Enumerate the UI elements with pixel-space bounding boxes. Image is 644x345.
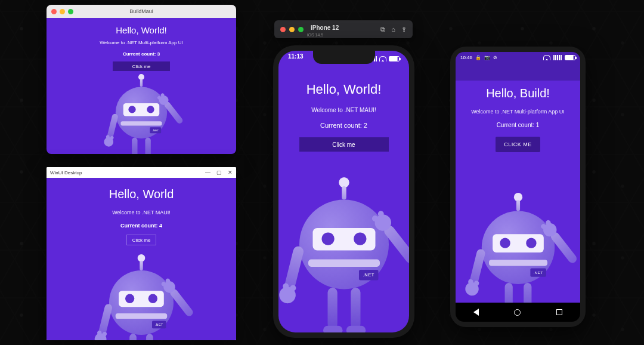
lock-icon: 🔒 (475, 55, 481, 60)
welcome-text: Welcome to .NET Multi-platform App UI (100, 40, 182, 45)
android-status-bar: 10:46 🔒 📷 ⊘ (456, 52, 580, 63)
hello-heading: Hello, World! (116, 25, 167, 35)
traffic-light-close-icon[interactable] (280, 27, 286, 32)
screenshot-icon[interactable]: ⧉ (380, 26, 385, 33)
bot-badge: .NET (359, 270, 379, 281)
minimize-icon[interactable]: — (205, 170, 210, 175)
welcome-text: Welcome to .NET MAUI! (112, 210, 171, 215)
android-home-icon[interactable] (514, 309, 521, 316)
macos-window-title: BuildMaui (47, 8, 236, 14)
welcome-text: Welcome to .NET MAUI! (311, 107, 376, 113)
hello-heading: Hello, Build! (486, 87, 550, 100)
simulator-device-name: iPhone 12 (311, 24, 339, 31)
camera-icon: 📷 (484, 55, 490, 60)
click-me-button[interactable]: Click me (299, 137, 389, 152)
traffic-light-minimize-icon[interactable] (289, 27, 295, 32)
dotnet-bot-mascot-icon: .NET (116, 74, 167, 138)
windows-app-surface: Hello, World Welcome to .NET MAUI! Curre… (47, 178, 236, 340)
android-action-bar (456, 63, 580, 81)
click-me-button[interactable]: Click me (126, 235, 156, 245)
iphone-device-frame: 11:13 Hello, World! Welcome to .NET MAUI… (273, 45, 414, 338)
dotnet-bot-mascot-icon: .NET (481, 193, 554, 284)
battery-icon (565, 55, 575, 60)
hello-heading: Hello, World! (306, 82, 382, 97)
count-label: Current count: 4 (120, 223, 162, 229)
dotnet-bot-mascot-icon: .NET (109, 254, 174, 335)
click-me-button[interactable]: CLICK ME (496, 137, 540, 152)
wifi-icon (543, 55, 550, 60)
bot-badge: .NET (152, 321, 166, 329)
iphone-notch (313, 51, 375, 64)
android-time: 10:46 (460, 55, 472, 60)
hello-heading: Hello, World (109, 187, 174, 201)
macos-titlebar[interactable]: BuildMaui (47, 5, 236, 18)
traffic-light-zoom-icon[interactable] (298, 27, 304, 32)
android-nav-bar (456, 303, 580, 322)
ios-time: 11:13 (288, 53, 304, 64)
windows-titlebar[interactable]: WinUI Desktop — ▢ ✕ (47, 167, 236, 178)
dnd-icon: ⊘ (493, 55, 497, 60)
welcome-text: Welcome to .NET Multi-platform App UI (471, 109, 565, 115)
macos-window: BuildMaui Hello, World! Welcome to .NET … (47, 5, 236, 154)
count-label: Current count: 3 (123, 51, 160, 57)
simulator-os-version: iOS 14.5 (307, 33, 339, 37)
windows-window: WinUI Desktop — ▢ ✕ Hello, World Welcome… (47, 167, 236, 340)
android-recents-icon[interactable] (556, 309, 562, 315)
ios-app-surface: Hello, World! Welcome to .NET MAUI! Curr… (278, 51, 409, 332)
windows-window-title: WinUI Desktop (50, 170, 82, 175)
ios-simulator-titlebar[interactable]: iPhone 12 iOS 14.5 ⧉ ⌂ ⇪ (274, 20, 413, 38)
bot-badge: .NET (530, 268, 546, 276)
android-back-icon[interactable] (473, 309, 479, 316)
bot-badge: .NET (150, 127, 161, 133)
click-me-button[interactable]: Click me (113, 61, 170, 71)
close-icon[interactable]: ✕ (228, 170, 233, 175)
battery-icon (389, 56, 400, 61)
signal-icon (553, 55, 562, 60)
count-label: Current count: 2 (320, 122, 367, 129)
share-icon[interactable]: ⇪ (401, 26, 407, 33)
wifi-icon (379, 56, 386, 61)
maximize-icon[interactable]: ▢ (216, 170, 222, 175)
dotnet-bot-mascot-icon: .NET (299, 177, 389, 289)
home-icon[interactable]: ⌂ (391, 26, 395, 33)
android-app-surface: Hello, Build! Welcome to .NET Multi-plat… (456, 81, 580, 303)
count-label: Current count: 1 (497, 122, 540, 128)
macos-app-surface: Hello, World! Welcome to .NET Multi-plat… (47, 18, 236, 154)
android-device-frame: 10:46 🔒 📷 ⊘ Hello, Build! Welcome to .NE… (450, 47, 586, 327)
